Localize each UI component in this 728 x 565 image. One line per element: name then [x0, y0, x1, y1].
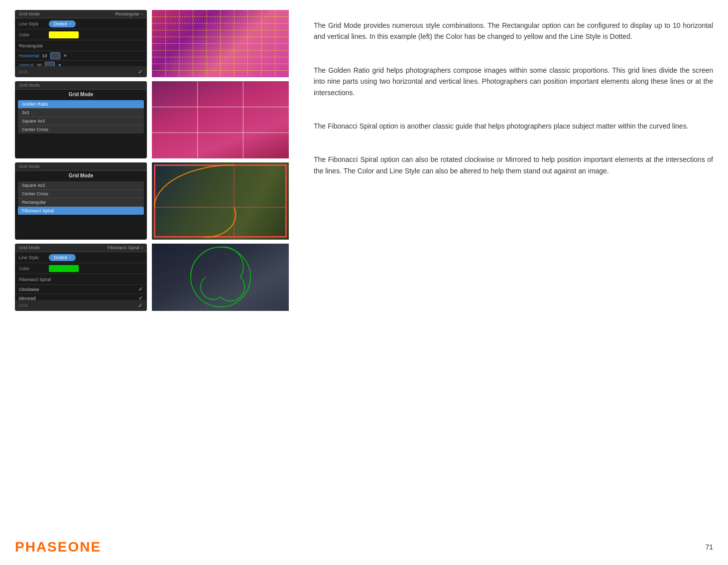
svg-rect-22 — [154, 165, 286, 237]
panel4-footer: Grid ✓ — [15, 300, 147, 311]
horizontal-value: 10 — [42, 53, 47, 58]
page-container: Grid Mode Rectangular › Line Style Dotte… — [0, 0, 728, 565]
screenshots-column: Grid Mode Rectangular › Line Style Dotte… — [15, 10, 147, 555]
panel4-row-color: Color — [15, 263, 147, 274]
panel1-header-label: Grid Mode — [19, 11, 40, 16]
panel2-title: Grid Mode — [15, 90, 147, 99]
panel4-checkmark: ✓ — [138, 302, 143, 309]
panel1-header-right: Rectangular › — [115, 11, 143, 16]
photo-1 — [152, 10, 289, 77]
panel4-header: Grid Mode Fibonacci Spiral › — [15, 244, 147, 252]
grid-overlay-4 — [152, 244, 289, 311]
photo-3 — [152, 162, 289, 240]
dropdown-center-cross-b[interactable]: Center Cross — [18, 190, 144, 198]
dropdown-golden-ratio[interactable]: Golden Ratio — [18, 100, 144, 109]
p4-dotted-button[interactable]: Dotted › — [49, 254, 76, 261]
linestyle-label: Line Style — [19, 21, 49, 26]
clockwise-label: Clockwise — [19, 287, 39, 292]
ui-panel-1: Grid Mode Rectangular › Line Style Dotte… — [15, 10, 147, 77]
panel2-header: Grid Mode — [15, 81, 147, 90]
p4-color-label: Color — [19, 266, 49, 271]
panel2-header-label: Grid Mode — [19, 83, 40, 88]
description-2: The Golden Ratio grid helps photographer… — [314, 57, 713, 113]
panel1-header: Grid Mode Rectangular › — [15, 10, 147, 18]
ui-panel-4: Grid Mode Fibonacci Spiral › Line Style … — [15, 244, 147, 311]
grid-overlay-2 — [152, 81, 289, 158]
yellow-color-swatch[interactable] — [49, 31, 79, 38]
dropdown-center-cross[interactable]: Center Cross — [18, 126, 144, 134]
panel1-checkmark: ✓ — [138, 68, 143, 75]
fibonacci-label: Fibonacci Spiral — [19, 277, 51, 282]
page-footer: PHASEONE 71 — [15, 539, 713, 555]
photo-2 — [152, 81, 289, 158]
panel4-header-right: Fibonacci Spiral › — [108, 245, 143, 250]
dropdown-square-4x3[interactable]: Square 4x3 — [18, 117, 144, 126]
panel4-row-fibonacci: Fibonacci Spiral — [15, 274, 147, 285]
dropdown-fibonacci-spiral[interactable]: Fibonacci Spiral — [18, 207, 144, 215]
panel4-row-linestyle: Line Style Dotted › — [15, 252, 147, 263]
ui-panel-3: Grid Mode Grid Mode Square 4x3 Center Cr… — [15, 162, 147, 240]
panel1-row-linestyle: Line Style Dotted › — [15, 18, 147, 29]
grid-overlay-1 — [152, 10, 289, 77]
color-label: Color — [19, 32, 49, 37]
right-panel: The Grid Mode provides numerous style co… — [304, 10, 713, 555]
brand-prefix: PHASE — [15, 539, 68, 555]
panel3-dropdown: Square 4x3 Center Cross Rectangular Fibo… — [18, 181, 144, 215]
panel2-dropdown: Golden Ratio 3x3 Square 4x3 Center Cross — [18, 100, 144, 134]
panel4-row-clockwise: Clockwise ✓ — [15, 285, 147, 294]
p4-linestyle-label: Line Style — [19, 255, 49, 260]
photo-4 — [152, 244, 289, 311]
dropdown-3x3[interactable]: 3x3 — [18, 109, 144, 117]
rectangular-label: Rectangular — [19, 43, 43, 48]
clockwise-check: ✓ — [138, 286, 143, 292]
dropdown-rectangular-b[interactable]: Rectangular — [18, 198, 144, 207]
panel3-header: Grid Mode — [15, 162, 147, 171]
panel1-footer: Grid ✓ — [15, 66, 147, 77]
left-panel: Grid Mode Rectangular › Line Style Dotte… — [15, 10, 294, 555]
description-3: The Fibonacci Spiral option is another c… — [314, 113, 713, 146]
dropdown-square-4x3-b[interactable]: Square 4x3 — [18, 181, 144, 190]
panel3-header-label: Grid Mode — [19, 164, 40, 169]
ui-panel-2: Grid Mode Grid Mode Golden Ratio 3x3 Squ… — [15, 81, 147, 158]
description-1: The Grid Mode provides numerous style co… — [314, 12, 713, 57]
panel1-row-color: Color — [15, 29, 147, 40]
grid-overlay-3 — [152, 162, 289, 240]
panel4-header-label: Grid Mode — [19, 245, 40, 250]
panel1-row-rectangular: Rectangular — [15, 40, 147, 51]
horizontal-stepper[interactable] — [50, 52, 60, 59]
page-number: 71 — [705, 543, 713, 551]
dotted-button[interactable]: Dotted › — [49, 20, 76, 27]
green-color-swatch[interactable] — [49, 265, 79, 272]
brand-suffix: ONE — [68, 539, 101, 555]
horizontal-label: Horizontal — [19, 53, 39, 58]
description-4: The Fibonacci Spiral option can also be … — [314, 146, 713, 191]
brand-logo: PHASEONE — [15, 539, 101, 555]
panel1-row-horizontal: Horizontal 10 ▼ — [15, 51, 147, 61]
panel3-title: Grid Mode — [15, 171, 147, 180]
photos-column — [152, 10, 289, 555]
